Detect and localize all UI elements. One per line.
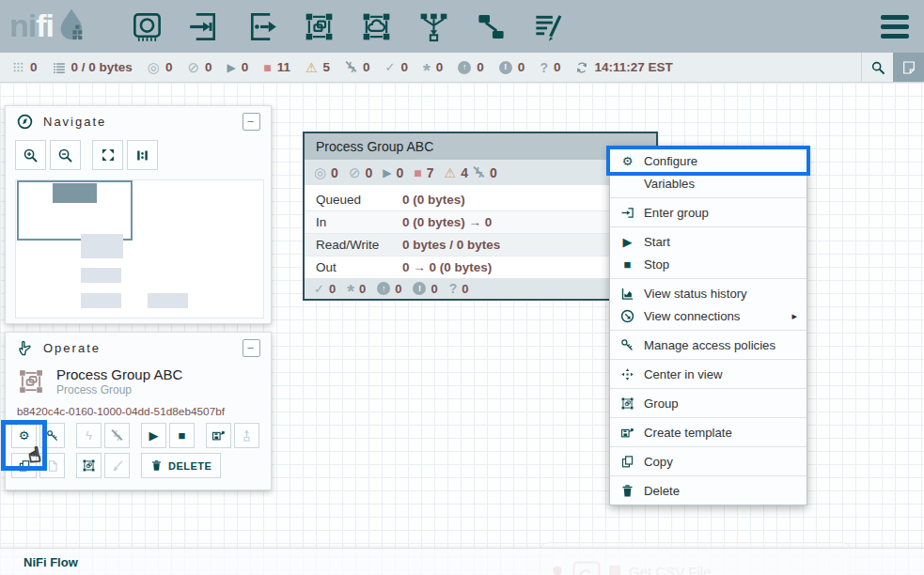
search-button[interactable]	[861, 53, 893, 82]
running-icon: ▶	[227, 62, 236, 73]
not-transmitting-counter: ⊘ 0	[187, 60, 211, 74]
delete-button[interactable]: DELETE	[141, 453, 221, 478]
menu-item-copy[interactable]: Copy	[610, 450, 807, 473]
breadcrumb-root[interactable]: NiFi Flow	[23, 555, 78, 569]
change-color-button[interactable]	[104, 453, 130, 478]
menu-item-variables[interactable]: Variables	[610, 172, 807, 194]
birdseye-minimap[interactable]	[15, 179, 264, 319]
group-button[interactable]	[76, 453, 102, 478]
upload-template-button[interactable]	[234, 423, 259, 448]
stat-row-out: Out 0 → 0 (0 bytes)	[305, 256, 656, 278]
transmitting-icon: ◎	[148, 60, 160, 74]
menu-item-configure[interactable]: ⚙ Configure	[610, 149, 807, 172]
menu-item-label: Manage access policies	[644, 338, 775, 352]
context-menu: ⚙ Configure Variables Enter group ▶ Star…	[609, 146, 807, 505]
menu-item-label: Create template	[644, 426, 732, 440]
template-icon[interactable]	[475, 10, 508, 43]
check-icon: ✓	[385, 61, 396, 73]
disable-button[interactable]: ϟ	[104, 423, 130, 448]
enable-button[interactable]: ϟ	[76, 423, 102, 448]
search-icon	[870, 60, 885, 75]
stop-button[interactable]: ■	[169, 423, 195, 448]
play-icon: ▶	[619, 235, 635, 249]
running-icon: ▶	[383, 167, 391, 179]
disabled-counter: ϟ 0	[345, 60, 370, 75]
menu-item-label: Enter group	[644, 206, 709, 220]
transmitting-counter: ◎ 0	[148, 60, 173, 74]
stale-value: 0	[477, 60, 484, 74]
menu-item-stop[interactable]: ■ Stop	[610, 253, 807, 275]
zoom-in-button[interactable]	[15, 140, 46, 170]
bulletin-board-button[interactable]	[893, 53, 924, 82]
menu-item-enter-group[interactable]: Enter group	[610, 201, 807, 224]
key-icon	[46, 429, 59, 443]
zoom-actual-size-button[interactable]	[127, 140, 158, 170]
component-toolbar	[131, 10, 565, 43]
menu-item-label: Group	[644, 396, 679, 411]
zoom-out-button[interactable]	[50, 140, 81, 170]
trash-icon	[619, 484, 635, 498]
menu-item-center-in-view[interactable]: Center in view	[610, 363, 807, 385]
output-port-icon[interactable]	[245, 10, 278, 43]
label-icon[interactable]	[532, 10, 565, 43]
queued-counter: 0 / 0 bytes	[53, 60, 133, 74]
paste-button[interactable]	[39, 453, 65, 478]
paste-icon	[46, 459, 59, 473]
menu-item-group[interactable]: Group	[610, 392, 807, 414]
access-policies-button[interactable]	[39, 423, 65, 448]
menu-item-start[interactable]: ▶ Start	[610, 230, 807, 253]
transmitting-value: 0	[165, 60, 173, 74]
create-template-button[interactable]	[206, 423, 231, 448]
process-group-component[interactable]: Process Group ABC ◎0 ⊘0 ▶0 ■7 ⚠4 ϟ0 Queu…	[303, 132, 658, 301]
warning-icon: ⚠	[445, 166, 457, 179]
global-menu-button[interactable]	[881, 15, 909, 39]
key-icon	[619, 338, 635, 352]
status-bar: 0 0 / 0 bytes ◎ 0 ⊘ 0 ▶ 0 ■ 11 ⚠ 5 ϟ 0 ✓…	[0, 53, 924, 83]
menu-item-label: View connections	[644, 309, 740, 323]
stopped-counter: ■ 11	[263, 60, 290, 74]
stat-value: 0 (0 bytes)	[402, 193, 465, 207]
menu-item-view-status-history[interactable]: View status history	[610, 282, 807, 304]
minimap-process-group	[53, 183, 97, 203]
menu-item-create-template[interactable]: Create template	[610, 421, 807, 443]
crosshair-icon	[619, 367, 635, 381]
stat-row-in: In 0 (0 bytes) → 0	[305, 210, 656, 233]
sync-failure-value: 0	[554, 60, 561, 74]
not-transmitting-icon: ⊘	[187, 60, 199, 74]
menu-item-delete[interactable]: Delete	[610, 479, 807, 502]
pg-disabled-value: 0	[490, 165, 497, 180]
flow-canvas[interactable]: Get CSV File Process Group ABC ◎0 ⊘0 ▶0 …	[0, 83, 924, 575]
refresh-status[interactable]: 14:11:27 EST	[575, 60, 672, 74]
process-group-icon[interactable]	[303, 10, 336, 43]
operate-panel: Operate − Process Group ABC Process Grou…	[5, 332, 272, 490]
menu-item-label: Center in view	[644, 367, 723, 381]
warning-icon: ⚠	[305, 61, 318, 74]
input-port-icon[interactable]	[188, 10, 221, 43]
running-value: 0	[242, 60, 249, 74]
remote-process-group-icon[interactable]	[360, 10, 393, 43]
zoom-fit-button[interactable]	[92, 140, 123, 170]
stop-icon: ■	[179, 429, 186, 442]
menu-item-view-connections[interactable]: View connections ▸	[610, 304, 807, 327]
collapse-navigate-button[interactable]: −	[243, 113, 260, 131]
operate-buttons-row-2: DELETE	[11, 453, 271, 478]
menu-item-label: Stop	[644, 257, 669, 272]
processor-icon[interactable]	[131, 10, 164, 43]
menu-item-manage-access-policies[interactable]: Manage access policies	[610, 334, 807, 356]
menu-item-label: Configure	[644, 154, 697, 168]
group-icon	[619, 396, 635, 411]
collapse-operate-button[interactable]: −	[243, 339, 260, 357]
process-group-icon	[17, 367, 45, 396]
funnel-icon[interactable]	[417, 10, 450, 43]
locally-modified-stale-value: 0	[518, 60, 525, 74]
copy-icon	[619, 455, 635, 469]
minimap-component	[148, 293, 188, 308]
selection-name: Process Group ABC	[56, 366, 182, 382]
hand-icon	[16, 339, 34, 357]
stat-row-queued: Queued 0 (0 bytes)	[305, 188, 656, 210]
minimap-component	[81, 234, 123, 258]
start-button[interactable]: ▶	[141, 423, 166, 448]
question-icon: ?	[540, 61, 548, 74]
menu-item-label: Delete	[644, 484, 680, 498]
invalid-value: 5	[323, 60, 331, 74]
